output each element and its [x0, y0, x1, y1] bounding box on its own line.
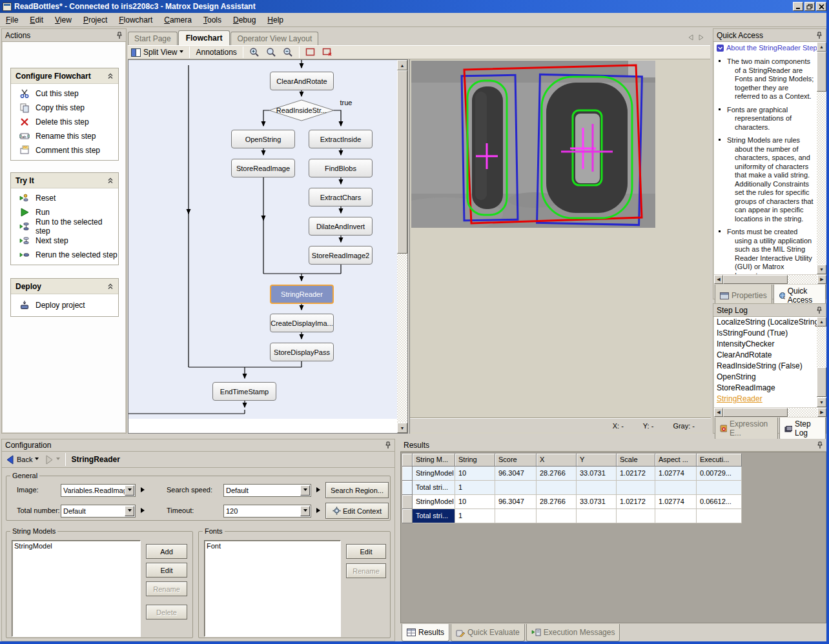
column-header[interactable]: Scale [617, 454, 655, 467]
menu-debug[interactable]: Debug [227, 14, 261, 26]
region-button[interactable] [302, 46, 319, 58]
deploy-project-action[interactable]: Deploy project [11, 298, 118, 312]
pin-icon[interactable] [116, 32, 123, 39]
fonts-listbox[interactable]: Font [204, 540, 341, 637]
scroll-down-button[interactable]: ▼ [817, 397, 826, 407]
column-header[interactable]: String [455, 454, 495, 467]
collapse-chevron-icon[interactable] [107, 73, 114, 79]
minimize-button[interactable] [793, 2, 803, 11]
timeout-combobox[interactable]: 120 [223, 505, 311, 518]
list-item[interactable]: StringModel [12, 541, 140, 550]
comment-step-action[interactable]: Comment this step [11, 143, 118, 157]
tab-quick-evaluate[interactable]: Quick Evaluate [451, 624, 525, 641]
scroll-up-button[interactable]: ▲ [397, 60, 407, 70]
node-findblobs[interactable]: FindBlobs [309, 159, 373, 177]
node-clearandrotate[interactable]: ClearAndRotate [270, 72, 334, 90]
collapse-chevron-icon[interactable] [107, 177, 114, 184]
scroll-left-button[interactable]: ◀ [714, 408, 723, 417]
close-button[interactable] [816, 2, 826, 11]
scroll-thumb[interactable] [723, 408, 788, 417]
camera-image[interactable] [411, 61, 655, 228]
node-stringreader[interactable]: StringReader [270, 285, 334, 304]
image-combobox[interactable]: Variables.ReadImage [61, 484, 136, 497]
total-number-combobox[interactable]: Default [61, 505, 136, 518]
edit-string-model-button[interactable]: Edit [146, 563, 187, 578]
scroll-up-button[interactable]: ▲ [817, 42, 826, 52]
list-item[interactable]: Font [205, 541, 340, 550]
tab-execution-messages[interactable]: Execution Messages [526, 624, 620, 641]
selected-cell[interactable]: Total stri... [413, 509, 455, 523]
add-string-model-button[interactable]: Add [146, 544, 187, 559]
tab-scroll-right-icon[interactable] [699, 34, 704, 41]
zoom-out-button[interactable] [280, 46, 296, 59]
menu-tools[interactable]: Tools [198, 14, 227, 26]
tab-expression-evaluator[interactable]: Expression E... [715, 418, 778, 440]
about-stringreader-link[interactable]: About the StringReader Step [714, 42, 826, 53]
step-log-entry[interactable]: IntensityChecker [714, 339, 826, 350]
delete-step-action[interactable]: Delete this step [11, 115, 118, 129]
column-header[interactable]: Y [577, 454, 617, 467]
menu-flowchart[interactable]: Flowchart [113, 14, 158, 26]
row-selector[interactable] [402, 495, 413, 509]
copy-step-action[interactable]: Copy this step [11, 101, 118, 115]
search-region-button[interactable]: Search Region... [325, 482, 389, 498]
column-header[interactable]: Score [495, 454, 537, 467]
split-view-button[interactable]: Split View [128, 46, 187, 58]
scroll-right-button[interactable]: ▶ [817, 275, 826, 284]
row-selector[interactable] [402, 467, 413, 481]
menu-file[interactable]: File [0, 14, 24, 26]
rename-step-action[interactable]: ab Rename this step [11, 129, 118, 143]
node-dilateandinvert[interactable]: DilateAndInvert [309, 217, 373, 236]
menu-project[interactable]: Project [77, 14, 113, 26]
attach-expression-icon[interactable] [141, 508, 147, 513]
menu-help[interactable]: Help [261, 14, 289, 26]
scroll-thumb[interactable] [723, 275, 788, 284]
table-row[interactable]: StringModel 10 96.3047 28.2766 33.0731 1… [402, 495, 742, 509]
step-log-entry[interactable]: StoreReadImage [714, 383, 826, 394]
pin-icon[interactable] [817, 441, 823, 449]
table-row[interactable]: StringModel 10 96.3047 28.2766 33.0731 1… [402, 467, 742, 481]
node-extractinside[interactable]: ExtractInside [309, 130, 373, 148]
delete-region-button[interactable] [319, 46, 336, 58]
scroll-up-button[interactable]: ▲ [817, 317, 826, 327]
dropdown-button[interactable] [300, 485, 310, 496]
row-selector[interactable] [402, 481, 413, 495]
tab-start-page[interactable]: Start Page [128, 32, 178, 45]
cut-step-action[interactable]: Cut this step [11, 86, 118, 101]
step-log-entry[interactable]: OpenString [714, 372, 826, 383]
column-header[interactable]: String M... [413, 454, 455, 467]
scroll-down-button[interactable]: ▼ [397, 423, 407, 433]
next-step-action[interactable]: Next step [11, 234, 118, 248]
dropdown-button[interactable] [125, 485, 134, 496]
tab-operator-view-layout[interactable]: Operator View Layout [230, 32, 318, 45]
pin-icon[interactable] [816, 32, 823, 39]
edit-context-button[interactable]: Edit Context [325, 503, 389, 519]
row-selector-header[interactable] [402, 454, 413, 467]
forward-button[interactable] [45, 455, 60, 465]
node-storedisplaypass[interactable]: StoreDisplayPass [270, 343, 334, 361]
tab-results[interactable]: Results [402, 624, 449, 641]
menu-edit[interactable]: Edit [24, 14, 49, 26]
search-speed-combobox[interactable]: Default [223, 484, 311, 497]
node-readinsidestring-decision[interactable]: ReadInsideStr... [265, 103, 338, 118]
restore-button[interactable] [804, 2, 815, 11]
dropdown-button[interactable] [125, 506, 134, 516]
scroll-right-button[interactable]: ▶ [817, 408, 826, 417]
attach-expression-icon[interactable] [141, 487, 147, 492]
scroll-thumb[interactable] [817, 52, 826, 92]
menu-view[interactable]: View [49, 14, 77, 26]
attach-expression-icon[interactable] [316, 508, 323, 513]
step-log-entry-current[interactable]: StringReader [714, 394, 826, 405]
scroll-down-button[interactable]: ▼ [817, 265, 826, 274]
step-log-entry[interactable]: LocalizeString (LocalizeString) [714, 317, 826, 328]
step-log-entry[interactable]: IsStringFound (True) [714, 328, 826, 339]
back-dropdown-icon[interactable] [35, 458, 39, 462]
scroll-left-button[interactable]: ◀ [714, 275, 723, 284]
scroll-thumb[interactable] [397, 70, 407, 254]
annotations-button[interactable]: Annotations [192, 46, 240, 58]
zoom-in-button[interactable] [246, 46, 263, 59]
pin-icon[interactable] [816, 307, 823, 314]
node-extractchars[interactable]: ExtractChars [309, 188, 373, 206]
pin-icon[interactable] [385, 441, 391, 449]
tab-step-log[interactable]: Step Log [779, 418, 826, 440]
